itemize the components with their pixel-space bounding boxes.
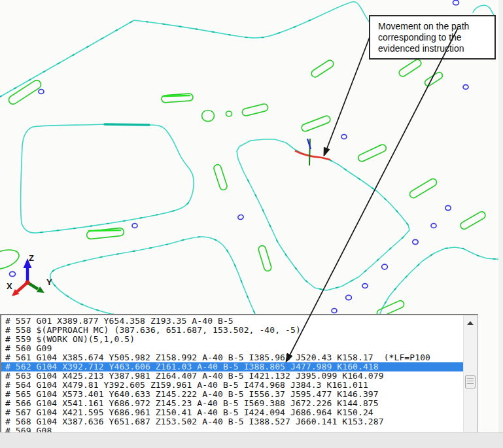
scroll-up-icon[interactable] — [467, 321, 474, 325]
code-line[interactable]: # 561 G104 X385.674 Y505.982 Z158.992 A-… — [1, 353, 463, 362]
code-line[interactable]: # 566 G104 X541.161 Y686.972 Z145.23 A-4… — [1, 399, 463, 408]
code-line[interactable]: # 563 G104 X425.213 Y387.981 Z164.407 A-… — [1, 371, 463, 381]
axis-triad: X Z Y — [7, 253, 52, 296]
code-line[interactable]: # 564 G104 X479.81 Y392.605 Z159.961 A-4… — [1, 381, 463, 390]
code-line[interactable]: # 569 G08 — [1, 426, 463, 432]
code-line[interactable]: # 559 $(WORK ON)(5,1,0.5) — [1, 335, 463, 344]
viewport-right-margin — [498, 0, 503, 432]
contour-road-right — [378, 247, 503, 319]
cam-simulation-window: X Z Y # 557 G01 X389.877 Y654.358 Z193.3… — [0, 0, 503, 448]
slot-holes — [0, 58, 487, 318]
annotation-line: corresponding to the — [378, 32, 494, 43]
gcode-listing: # 557 G01 X389.877 Y654.358 Z193.35 A-40… — [1, 317, 463, 432]
code-line[interactable]: # 567 G104 X421.595 Y686.961 Z150.41 A-4… — [1, 408, 463, 417]
contour-pocket-left — [20, 124, 194, 233]
contour-peninsula — [237, 139, 409, 290]
code-line[interactable]: # 568 G104 X387.636 Y651.687 Z153.502 A-… — [1, 417, 463, 426]
contour-top — [0, 2, 369, 97]
axis-label-x: X — [7, 281, 12, 291]
code-line[interactable]: # 557 G01 X389.877 Y654.358 Z193.35 A-40… — [1, 317, 463, 326]
annotation-line: evidenced instruction — [378, 43, 494, 54]
marker-z-line — [309, 139, 310, 165]
code-line-highlighted[interactable]: # 562 G104 X392.712 Y463.606 Z161.03 A-4… — [1, 362, 463, 371]
axis-label-z: Z — [29, 253, 34, 263]
annotation-box: Movement on the path corresponding to th… — [369, 15, 496, 60]
bottom-margin — [0, 432, 503, 448]
code-line[interactable]: # 558 $(APPROACH MC) (387.636, 651.687, … — [1, 326, 463, 335]
scrollbar-thumb[interactable] — [465, 375, 476, 388]
code-line[interactable]: # 560 G09 — [1, 344, 463, 353]
contour-hook — [473, 5, 494, 15]
gcode-listing-panel[interactable]: # 557 G01 X389.877 Y654.358 Z193.35 A-40… — [0, 314, 478, 432]
annotation-line: Movement on the path — [378, 21, 494, 32]
axis-label-y: Y — [46, 277, 52, 287]
code-line[interactable]: # 565 G104 X573.401 Y640.633 Z145.222 A-… — [1, 390, 463, 399]
vertical-scrollbar[interactable] — [463, 315, 477, 432]
